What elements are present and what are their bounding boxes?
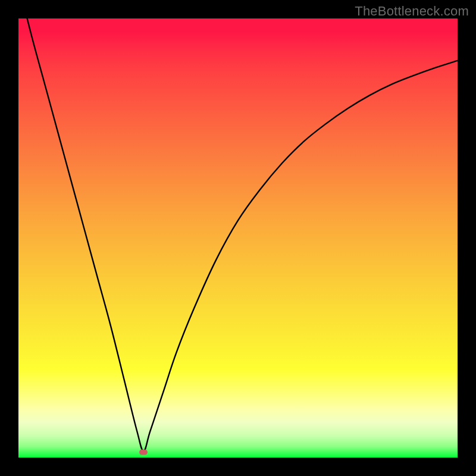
chart-frame: TheBottleneck.com [0,0,476,476]
bottleneck-curve [18,18,458,458]
minimum-marker [139,450,148,455]
plot-area [18,18,458,458]
watermark-text: TheBottleneck.com [355,4,469,19]
